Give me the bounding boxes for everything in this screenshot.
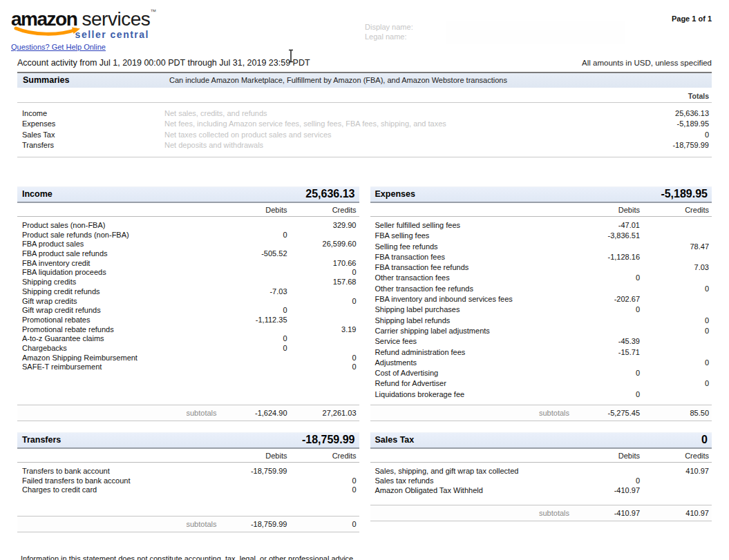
summaries-table: IncomeNet sales, credits, and refunds25,… bbox=[17, 103, 712, 157]
table-row: Liquidations brokerage fee0 bbox=[370, 390, 712, 400]
table-row: SAFE-T reimbursement0 bbox=[17, 363, 359, 372]
subtotals-label: subtotals bbox=[17, 409, 225, 417]
table-row: Sales tax refunds0 bbox=[370, 476, 712, 486]
subtotals-label: subtotals bbox=[370, 509, 578, 517]
table-row: A-to-z Guarantee claims0 bbox=[17, 334, 359, 344]
table-row: FBA inventory and inbound services fees-… bbox=[370, 295, 712, 305]
summaries-section: Summaries Can include Amazon Marketplace… bbox=[17, 72, 712, 157]
summary-row: TransfersNet deposits and withdrawals-18… bbox=[17, 140, 712, 151]
table-row: FBA selling fees-3,836.51 bbox=[370, 231, 712, 242]
table-row: FBA transaction fee refunds7.03 bbox=[370, 263, 712, 273]
right-column: Expenses -5,189.95 Debits Credits Seller… bbox=[370, 186, 712, 521]
table-row: Product sales (non-FBA)329.90 bbox=[17, 221, 359, 231]
summary-row: ExpensesNet fees, including Amazon servi… bbox=[17, 119, 712, 130]
expenses-section: Expenses -5,189.95 Debits Credits Seller… bbox=[370, 186, 712, 421]
table-row: Gift wrap credits0 bbox=[17, 297, 359, 307]
expenses-subtotal-debits: -5,275.45 bbox=[578, 409, 640, 417]
sales-tax-subtotals-row: subtotals -410.97 410.97 bbox=[370, 505, 712, 521]
amazon-smile-icon bbox=[14, 26, 83, 39]
subtotals-label: subtotals bbox=[17, 520, 225, 528]
summary-row: IncomeNet sales, credits, and refunds25,… bbox=[17, 108, 712, 119]
summaries-subtitle: Can include Amazon Marketplace, Fulfillm… bbox=[169, 76, 507, 84]
display-name-label: Display name: bbox=[365, 22, 413, 32]
sales-tax-title: Sales Tax bbox=[375, 435, 415, 445]
table-row: Amazon Shipping Reimbursement0 bbox=[17, 354, 359, 363]
detail-columns: Income 25,636.13 Debits Credits Product … bbox=[17, 186, 712, 532]
table-row: Gift wrap credit refunds0 bbox=[17, 306, 359, 316]
table-row: Refund for Advertiser0 bbox=[370, 379, 712, 389]
debits-column-header: Debits bbox=[578, 452, 640, 460]
table-row: FBA transaction fees-1,128.16 bbox=[370, 253, 712, 263]
table-row: Refund administration fees-15.71 bbox=[370, 348, 712, 358]
debits-column-header: Debits bbox=[225, 452, 287, 460]
credits-column-header: Credits bbox=[287, 206, 359, 214]
transfers-table: Transfers to bank account-18,759.99Faile… bbox=[17, 463, 359, 495]
credits-column-header: Credits bbox=[287, 452, 359, 460]
subtotals-label: subtotals bbox=[370, 409, 578, 417]
sales-tax-column-headers: Debits Credits bbox=[370, 449, 712, 463]
income-column-headers: Debits Credits bbox=[17, 203, 359, 217]
table-row: Amazon Obligated Tax Withheld-410.97 bbox=[370, 486, 712, 496]
expenses-title: Expenses bbox=[375, 189, 415, 199]
summary-row: Sales TaxNet taxes collected on product … bbox=[17, 129, 712, 140]
get-help-link[interactable]: Questions? Get Help Online bbox=[11, 43, 106, 51]
amazon-services-logo: amazon services™ seller central Question… bbox=[11, 8, 149, 52]
redacted-name-box bbox=[446, 21, 625, 44]
expenses-header-bar: Expenses -5,189.95 bbox=[370, 186, 712, 203]
logo-wordmark: amazon services™ bbox=[11, 8, 149, 30]
expenses-subtotal-credits: 85.50 bbox=[640, 409, 712, 417]
currency-note: All amounts in USD, unless specified bbox=[582, 59, 712, 67]
transfers-header-bar: Transfers -18,759.99 bbox=[17, 432, 359, 449]
transfers-subtotals-row: subtotals -18,759.99 0 bbox=[17, 516, 359, 532]
table-row: Chargebacks0 bbox=[17, 344, 359, 354]
table-row: Other transaction fee refunds0 bbox=[370, 284, 712, 295]
debits-column-header: Debits bbox=[225, 206, 287, 214]
transfers-column-headers: Debits Credits bbox=[17, 449, 359, 463]
income-subtotals-row: subtotals -1,624.90 27,261.03 bbox=[17, 405, 359, 421]
debits-column-header: Debits bbox=[578, 206, 640, 214]
sales-tax-section: Sales Tax 0 Debits Credits Sales, shippi… bbox=[370, 432, 712, 521]
table-row: Charges to credit card0 bbox=[17, 485, 359, 495]
disclaimer-text: Information in this statement does not c… bbox=[21, 554, 712, 560]
table-row: Other transaction fees0 bbox=[370, 273, 712, 284]
table-row: FBA liquidation proceeds0 bbox=[17, 268, 359, 278]
statement-period-row: Account activity from Jul 1, 2019 00:00 … bbox=[17, 58, 712, 72]
income-section: Income 25,636.13 Debits Credits Product … bbox=[17, 186, 359, 421]
sales-tax-total: 0 bbox=[701, 434, 708, 446]
summaries-header-bar: Summaries Can include Amazon Marketplace… bbox=[17, 72, 712, 88]
text-cursor-icon bbox=[287, 49, 295, 66]
income-total: 25,636.13 bbox=[305, 188, 354, 200]
table-row: Service fees-45.39 bbox=[370, 337, 712, 347]
expenses-subtotals-row: subtotals -5,275.45 85.50 bbox=[370, 405, 712, 421]
income-title: Income bbox=[22, 189, 53, 199]
legal-name-label: Legal name: bbox=[365, 32, 413, 41]
income-subtotal-debits: -1,624.90 bbox=[225, 409, 287, 417]
table-row: Cost of Advertising0 bbox=[370, 369, 712, 379]
credits-column-header: Credits bbox=[640, 206, 712, 214]
table-row: Shipping credit refunds-7.03 bbox=[17, 287, 359, 297]
transfers-title: Transfers bbox=[22, 435, 61, 445]
sales-tax-subtotal-debits: -410.97 bbox=[578, 509, 640, 517]
income-table: Product sales (non-FBA)329.90Product sal… bbox=[17, 217, 359, 372]
table-row: Adjustments0 bbox=[370, 358, 712, 369]
sales-tax-subtotal-credits: 410.97 bbox=[640, 509, 712, 517]
sales-tax-header-bar: Sales Tax 0 bbox=[370, 432, 712, 449]
page-header: amazon services™ seller central Question… bbox=[0, 0, 729, 58]
summaries-title: Summaries bbox=[23, 75, 169, 85]
expenses-total: -5,189.95 bbox=[661, 188, 708, 200]
table-row: Shipping credits157.68 bbox=[17, 278, 359, 287]
totals-column-header: Totals bbox=[17, 88, 712, 103]
logo-services-text: services bbox=[77, 8, 150, 30]
transfers-total: -18,759.99 bbox=[302, 434, 355, 446]
page-indicator: Page 1 of 1 bbox=[672, 15, 712, 23]
transfers-subtotal-credits: 0 bbox=[287, 520, 359, 528]
statement-period-text: Account activity from Jul 1, 2019 00:00 … bbox=[17, 58, 310, 68]
table-row: Seller fulfilled selling fees-47.01 bbox=[370, 221, 712, 231]
sales-tax-table: Sales, shipping, and gift wrap tax colle… bbox=[370, 463, 712, 496]
trademark-symbol: ™ bbox=[150, 8, 156, 15]
account-name-labels: Display name: Legal name: bbox=[365, 22, 413, 41]
table-row: Promotional rebate refunds3.19 bbox=[17, 325, 359, 335]
credits-column-header: Credits bbox=[640, 452, 712, 460]
table-row: FBA product sales26,599.60 bbox=[17, 240, 359, 249]
expenses-table: Seller fulfilled selling fees-47.01FBA s… bbox=[370, 217, 712, 400]
